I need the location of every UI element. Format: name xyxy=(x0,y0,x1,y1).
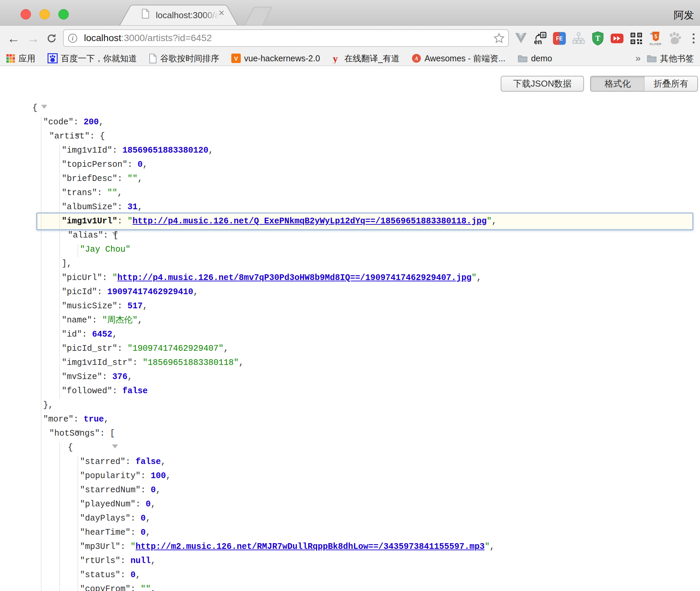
svg-text:y: y xyxy=(333,53,338,63)
fe-icon[interactable]: FE xyxy=(553,31,566,46)
json-token: 18569651883380120 xyxy=(122,146,208,155)
bookmark-label: vue-hackernews-2.0 xyxy=(244,54,320,63)
indent-guide xyxy=(78,245,78,257)
json-token: : xyxy=(102,372,112,382)
json-line: "id": 6452, xyxy=(0,328,700,342)
back-button[interactable]: ← xyxy=(5,26,22,51)
json-token: , xyxy=(492,216,497,226)
tab-strip xyxy=(0,0,700,26)
html5-player-icon[interactable]: 5PLAYER xyxy=(649,31,662,46)
json-token: "" xyxy=(107,188,117,198)
browser-menu-icon[interactable] xyxy=(693,33,695,43)
site-info-icon[interactable]: i xyxy=(68,34,77,43)
vueb-icon: V xyxy=(231,54,241,63)
json-token: : xyxy=(130,584,141,591)
json-key: "picUrl" xyxy=(62,273,102,283)
json-key: "starred" xyxy=(80,457,125,467)
json-link[interactable]: http://m2.music.126.net/RMJR7wDullRqppBk… xyxy=(136,542,485,552)
json-viewer: {"code": 200,"artist": {"img1v1Id": 1856… xyxy=(0,101,700,591)
json-key: "mp3Url" xyxy=(80,542,120,552)
bookmark-item[interactable]: y在线翻译_有道 xyxy=(332,53,400,64)
json-token: 376 xyxy=(112,372,127,382)
json-key: "followed" xyxy=(62,386,112,396)
url-text[interactable]: localhost:3000/artists?id=6452 xyxy=(84,33,212,43)
json-token: : { xyxy=(90,131,105,141)
json-token: true xyxy=(84,414,104,424)
collapse-toggle-icon[interactable] xyxy=(112,444,118,458)
url-path: :3000/artists?id=6452 xyxy=(121,33,212,43)
json-token: }, xyxy=(43,400,53,410)
json-token: : xyxy=(120,556,130,566)
qrcode-icon[interactable] xyxy=(630,31,643,46)
bookmark-item[interactable]: AAwesomes - 前端资... xyxy=(412,53,505,64)
bookmark-item[interactable]: 谷歌按时间排序 xyxy=(149,53,219,64)
vue-devtools-icon[interactable] xyxy=(515,31,527,46)
json-line: "dayPlays": 0, xyxy=(0,511,700,526)
json-token: { xyxy=(68,443,73,453)
tab-close-icon[interactable]: × xyxy=(218,7,225,18)
json-token: " xyxy=(485,542,490,552)
json-token: , xyxy=(151,499,156,509)
json-token: 200 xyxy=(84,117,99,127)
json-key: "topicPerson" xyxy=(62,160,127,169)
page-icon xyxy=(149,54,157,63)
json-token: null xyxy=(130,556,151,566)
address-bar[interactable]: i localhost:3000/artists?id=6452 xyxy=(63,29,509,47)
json-link[interactable]: http://p4.music.126.net/Q_ExePNkmqB2yWyL… xyxy=(133,216,487,226)
forward-button-disabled: → xyxy=(24,26,42,51)
bookmark-item[interactable]: demo xyxy=(518,54,552,63)
translate-icon[interactable]: en英 xyxy=(534,31,547,46)
json-line: }, xyxy=(0,398,700,412)
awesomes-icon: A xyxy=(412,54,421,63)
download-json-button[interactable]: 下载JSON数据 xyxy=(501,76,584,92)
json-line: "code": 200, xyxy=(0,115,700,129)
format-button-active[interactable]: 格式化 xyxy=(590,76,645,92)
svg-text:V: V xyxy=(234,56,238,62)
collapse-toggle-icon[interactable] xyxy=(41,105,47,119)
json-token: : xyxy=(74,414,84,424)
json-token: : xyxy=(112,146,122,155)
json-token: : xyxy=(125,457,136,467)
json-token: "周杰伦" xyxy=(102,315,138,325)
json-line: "mp3Url": "http://m2.music.126.net/RMJR7… xyxy=(0,540,700,554)
bookmarks-overflow-chevron[interactable]: » xyxy=(635,53,641,64)
json-line: "img1v1Url": "http://p4.music.126.net/Q_… xyxy=(0,214,700,228)
json-link[interactable]: http://p4.music.126.net/8mv7qP30Pd3oHW8b… xyxy=(117,273,471,283)
bookmark-item[interactable]: 应用 xyxy=(6,53,35,64)
json-token: , xyxy=(143,301,148,311)
json-token: : xyxy=(130,528,141,537)
json-token: , xyxy=(156,485,161,495)
bookmark-star-icon[interactable] xyxy=(493,32,505,44)
browser-profile-name[interactable]: 阿发 xyxy=(674,8,694,22)
new-tab-button[interactable] xyxy=(245,7,272,25)
json-line: "briefDesc": "", xyxy=(0,172,700,186)
other-bookmarks-folder[interactable]: 其他书签 xyxy=(647,53,694,64)
json-token: " xyxy=(130,542,136,552)
json-token: , xyxy=(224,344,229,353)
window-titlebar: localhost:3000/artists?id=645 × 阿发 xyxy=(0,0,700,26)
tampermonkey-icon[interactable]: T xyxy=(591,31,604,46)
json-token: 0 xyxy=(141,528,146,537)
other-bookmarks-label: 其他书签 xyxy=(660,53,694,64)
bookmark-item[interactable]: 百度一下，你就知道 xyxy=(48,53,137,64)
json-line: "rtUrls": null, xyxy=(0,554,700,568)
paw-extension-icon[interactable] xyxy=(668,31,681,46)
json-key: "briefDesc" xyxy=(62,174,117,184)
sitemap-icon[interactable] xyxy=(572,31,585,46)
json-token: 0 xyxy=(130,570,136,580)
json-token: : xyxy=(136,499,146,509)
json-token: : xyxy=(117,216,127,226)
url-host: localhost xyxy=(84,33,121,43)
json-token: , xyxy=(146,528,151,537)
video-forward-icon[interactable] xyxy=(611,31,623,46)
json-line: ], xyxy=(0,257,700,271)
bookmark-item[interactable]: Vvue-hackernews-2.0 xyxy=(231,54,320,63)
json-line: "name": "周杰伦", xyxy=(0,313,700,328)
json-key: "copyFrom" xyxy=(80,584,130,591)
reload-button[interactable] xyxy=(45,33,59,44)
json-line: "img1v1Id": 18569651883380120, xyxy=(0,144,700,158)
bookmark-label: Awesomes - 前端资... xyxy=(425,53,505,64)
bookmark-label: 在线翻译_有道 xyxy=(344,53,400,64)
collapse-all-button[interactable]: 折叠所有 xyxy=(645,76,698,92)
json-line: "hearTime": 0, xyxy=(0,526,700,540)
